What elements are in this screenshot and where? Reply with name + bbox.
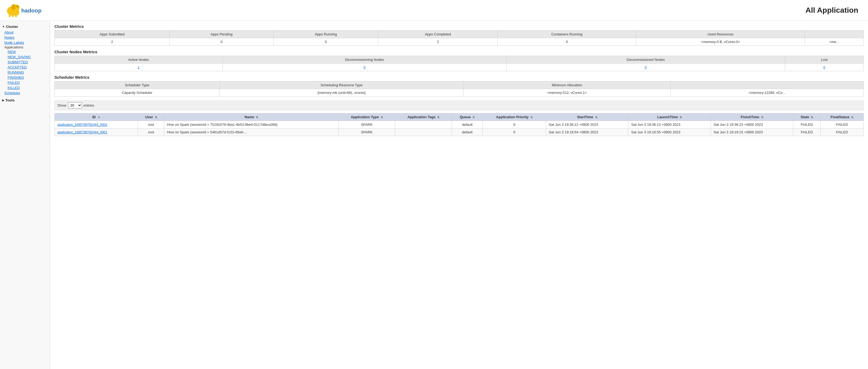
finalstatus-sort-icon: ⇅ bbox=[851, 116, 854, 119]
sidebar-item-accepted[interactable]: ACCEPTED bbox=[0, 65, 50, 70]
at-header-start-time[interactable]: StartTime ⇅ bbox=[546, 113, 628, 121]
sidebar-item-new[interactable]: NEW bbox=[0, 49, 50, 55]
at-header-final-status[interactable]: FinalStatus ⇅ bbox=[820, 113, 864, 121]
at-header-name[interactable]: Name ⇅ bbox=[164, 113, 338, 121]
at-header-queue[interactable]: Queue ⇅ bbox=[452, 113, 483, 121]
id-sort-icon: ▼ bbox=[97, 116, 100, 119]
app-id-link-0[interactable]: application_1685789782444_0002 bbox=[57, 123, 107, 127]
cm-header-extra bbox=[805, 31, 864, 38]
svg-point-3 bbox=[11, 4, 16, 10]
hadoop-logo: hadoop bbox=[4, 2, 48, 19]
sidebar-item-failed[interactable]: FAILED bbox=[0, 80, 50, 85]
cnm-val-decommissioning: 0 bbox=[222, 64, 506, 71]
app-user-cell-1: root bbox=[138, 129, 164, 136]
at-header-id[interactable]: ID ▼ bbox=[55, 113, 138, 121]
app-launch-cell-1: Sat Jun 3 19:18:55 +0800 2023 bbox=[628, 129, 711, 136]
app-queue-cell-0: default bbox=[452, 121, 483, 129]
name-sort-icon: ⇅ bbox=[256, 116, 258, 119]
finishtime-sort-icon: ⇅ bbox=[761, 116, 763, 119]
svg-text:hadoop: hadoop bbox=[21, 7, 41, 13]
sidebar-item-about[interactable]: About bbox=[0, 30, 50, 35]
app-table-body: application_1685789782444_0002 root Hive… bbox=[55, 121, 864, 136]
show-entries-control: Show 10 20 50 100 entries bbox=[55, 100, 864, 110]
tools-label: Tools bbox=[5, 98, 14, 102]
app-finish-cell-0: Sat Jun 3 19:36:23 +0800 2023 bbox=[711, 121, 793, 129]
app-type-cell-0: SPARK bbox=[338, 121, 395, 129]
sm-header-resource-type: Scheduling Resource Type bbox=[220, 81, 464, 89]
app-priority-cell-0: 0 bbox=[483, 121, 546, 129]
app-tags-cell-0 bbox=[395, 121, 452, 129]
cnm-header-decommissioning: Decommissioning Nodes bbox=[222, 56, 506, 64]
apptype-sort-icon: ⇅ bbox=[381, 116, 383, 119]
user-sort-icon: ⇅ bbox=[155, 116, 157, 119]
decommissioned-nodes-link[interactable]: 0 bbox=[645, 65, 647, 69]
sm-val-resource-type: [memory-mb (unit=Mi), vcores] bbox=[220, 89, 464, 97]
cm-val-extra: <me... bbox=[805, 38, 864, 46]
cnm-val-lost: 0 bbox=[785, 64, 864, 71]
active-nodes-link[interactable]: 1 bbox=[137, 65, 140, 69]
decommissioning-nodes-link[interactable]: 0 bbox=[364, 65, 366, 69]
starttime-sort-icon: ⇅ bbox=[595, 116, 597, 119]
app-finish-cell-1: Sat Jun 3 19:19:15 +0800 2023 bbox=[711, 129, 793, 136]
svg-rect-5 bbox=[12, 14, 13, 17]
sidebar-item-scheduler[interactable]: Scheduler bbox=[0, 90, 50, 96]
at-header-user[interactable]: User ⇅ bbox=[138, 113, 164, 121]
cm-val-used-resources: <memory:0 B, vCores:0> bbox=[636, 38, 805, 46]
cm-val-running: 0 bbox=[274, 38, 378, 46]
cm-val-submitted: 2 bbox=[55, 38, 170, 46]
sidebar-item-finished[interactable]: FINISHED bbox=[0, 75, 50, 80]
sm-val-extra: <memory:12288, vCo... bbox=[670, 89, 863, 97]
cm-header-running: Apps Running bbox=[274, 31, 378, 38]
sm-header-extra bbox=[670, 81, 863, 89]
scheduler-metrics-title: Scheduler Metrics bbox=[55, 75, 864, 79]
sidebar-item-new-saving[interactable]: NEW_SAVING bbox=[0, 55, 50, 60]
main-layout: ▼ Cluster About Nodes Node Labels Applic… bbox=[0, 21, 868, 369]
sm-val-min-alloc: <memory:512, vCores:1> bbox=[464, 89, 670, 97]
cluster-section-header[interactable]: ▼ Cluster bbox=[0, 24, 50, 30]
app-id-cell-0: application_1685789782444_0002 bbox=[55, 121, 138, 129]
entries-select[interactable]: 10 20 50 100 bbox=[68, 102, 82, 108]
cm-val-containers: 0 bbox=[498, 38, 636, 46]
app-launch-cell-0: Sat Jun 3 19:36:13 +0800 2023 bbox=[628, 121, 711, 129]
table-row: application_1685789782444_0002 root Hive… bbox=[55, 121, 864, 129]
at-header-state[interactable]: State ⇅ bbox=[793, 113, 820, 121]
app-name-cell-1: Hive on Spark (sessionId = 5461d57d-f133… bbox=[164, 129, 338, 136]
svg-rect-4 bbox=[9, 14, 10, 17]
cnm-header-decommissioned: Decommissioned Nodes bbox=[506, 56, 785, 64]
cm-header-submitted: Apps Submitted bbox=[55, 31, 170, 38]
at-header-app-type[interactable]: Application Type ⇅ bbox=[338, 113, 395, 121]
svg-rect-6 bbox=[15, 14, 17, 17]
app-state-cell-0: FAILED bbox=[793, 121, 820, 129]
app-id-link-1[interactable]: application_1685789782444_0001 bbox=[57, 130, 107, 134]
sidebar-item-submitted[interactable]: SUBMITTED bbox=[0, 60, 50, 65]
tools-arrow-icon: ▶ bbox=[2, 99, 4, 102]
cm-header-pending: Apps Pending bbox=[169, 31, 274, 38]
sidebar-item-applications-label: Applications bbox=[0, 45, 28, 50]
at-header-finish-time[interactable]: FinishTime ⇅ bbox=[711, 113, 793, 121]
sidebar-item-killed[interactable]: KILLED bbox=[0, 85, 50, 90]
cm-header-containers: Containers Running bbox=[498, 31, 636, 38]
lost-nodes-link[interactable]: 0 bbox=[823, 65, 825, 69]
tools-section-header[interactable]: ▶ Tools bbox=[0, 97, 50, 103]
content-area: Cluster Metrics Apps Submitted Apps Pend… bbox=[50, 21, 868, 369]
cluster-label: Cluster bbox=[6, 25, 18, 29]
at-header-priority[interactable]: Application Priority ⇅ bbox=[483, 113, 546, 121]
cm-val-completed: 2 bbox=[378, 38, 498, 46]
priority-sort-icon: ⇅ bbox=[530, 116, 532, 119]
app-name-cell-0: Hive on Spark (sessionId = 75191079-4ba1… bbox=[164, 121, 338, 129]
at-header-launch-time[interactable]: LaunchTime ⇅ bbox=[628, 113, 711, 121]
sidebar-item-nodes[interactable]: Nodes bbox=[0, 35, 50, 40]
applications-table: ID ▼ User ⇅ Name ⇅ Application Type ⇅ bbox=[55, 113, 864, 136]
cnm-val-active: 1 bbox=[55, 64, 223, 71]
app-start-cell-1: Sat Jun 3 19:18:54 +0800 2023 bbox=[546, 129, 628, 136]
svg-point-2 bbox=[17, 6, 18, 7]
at-header-app-tags[interactable]: Application Tags ⇅ bbox=[395, 113, 452, 121]
cluster-metrics-title: Cluster Metrics bbox=[55, 24, 864, 29]
sidebar-item-running[interactable]: RUNNING bbox=[0, 70, 50, 75]
app-tags-cell-1 bbox=[395, 129, 452, 136]
cluster-metrics-table: Apps Submitted Apps Pending Apps Running… bbox=[55, 30, 864, 46]
app-type-cell-1: SPARK bbox=[338, 129, 395, 136]
queue-sort-icon: ⇅ bbox=[472, 116, 475, 119]
cluster-arrow-icon: ▼ bbox=[2, 25, 5, 28]
launchtime-sort-icon: ⇅ bbox=[680, 116, 682, 119]
